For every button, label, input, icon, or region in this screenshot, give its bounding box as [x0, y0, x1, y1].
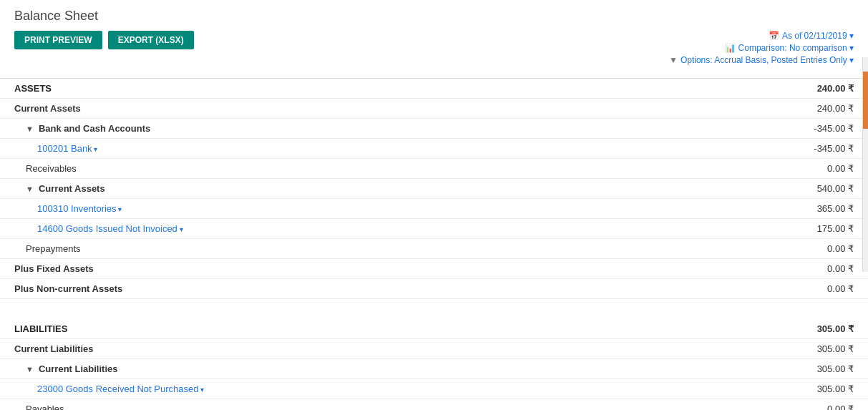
- row-label-assets: ASSETS: [14, 83, 782, 94]
- row-label-prepayments: Prepayments: [14, 243, 782, 254]
- print-preview-button[interactable]: PRINT PREVIEW: [14, 31, 102, 49]
- row-label-current-assets-1: Current Assets: [14, 103, 782, 114]
- row-value-inventories: 365.00 ₹: [782, 203, 854, 214]
- row-label-inventories: 100310 Inventories: [14, 203, 782, 214]
- report-row-goods-received: 23000 Goods Received Not Purchased305.00…: [0, 379, 868, 399]
- scroll-thumb[interactable]: [863, 72, 868, 129]
- collapse-icon-bank-cash[interactable]: ▼: [26, 125, 36, 133]
- report-row-bank-cash: ▼ Bank and Cash Accounts-345.00 ₹: [0, 119, 868, 139]
- report-row-payables: Payables0.00 ₹: [0, 399, 868, 410]
- scrollbar[interactable]: [862, 57, 868, 272]
- report-row-liabilities: LIABILITIES305.00 ₹: [0, 319, 868, 339]
- report-row-plus-noncurrent-assets: Plus Non-current Assets0.00 ₹: [0, 279, 868, 299]
- row-label-liabilities: LIABILITIES: [14, 323, 782, 334]
- row-label-bank-cash: ▼ Bank and Cash Accounts: [14, 123, 782, 134]
- row-label-goods-received: 23000 Goods Received Not Purchased: [14, 384, 782, 394]
- report-row-assets: ASSETS240.00 ₹: [0, 79, 868, 99]
- report-row-current-assets-2: ▼ Current Assets540.00 ₹: [0, 179, 868, 199]
- report-row-inventories: 100310 Inventories365.00 ₹: [0, 199, 868, 219]
- row-value-bank-cash: -345.00 ₹: [782, 123, 854, 134]
- row-value-goods-issued: 175.00 ₹: [782, 223, 854, 234]
- report-row-goods-issued: 14600 Goods Issued Not Invoiced175.00 ₹: [0, 219, 868, 239]
- page-title: Balance Sheet: [14, 9, 854, 24]
- report-row-current-assets-1: Current Assets240.00 ₹: [0, 99, 868, 119]
- row-label-bank-100201: 100201 Bank: [14, 143, 782, 154]
- report-row-current-liabilities-2: ▼ Current Liabilities305.00 ₹: [0, 359, 868, 379]
- account-link-inventories[interactable]: 100310 Inventories: [37, 203, 122, 214]
- row-value-receivables: 0.00 ₹: [782, 163, 854, 174]
- export-xlsx-button[interactable]: EXPORT (XLSX): [108, 31, 194, 49]
- date-filter-label[interactable]: As of 02/11/2019: [782, 31, 854, 41]
- calendar-icon: 📅: [769, 31, 779, 41]
- row-value-liabilities: 305.00 ₹: [782, 323, 854, 334]
- row-label-current-assets-2: ▼ Current Assets: [14, 183, 782, 194]
- report-row-bank-100201: 100201 Bank-345.00 ₹: [0, 139, 868, 159]
- comparison-filter[interactable]: 📊 Comparison: No comparison: [725, 43, 854, 53]
- date-filter[interactable]: 📅 As of 02/11/2019: [769, 31, 854, 41]
- account-link-bank-100201[interactable]: 100201 Bank: [37, 143, 97, 154]
- report-row-spacer1: [0, 299, 868, 319]
- row-label-plus-fixed: Plus Fixed Assets: [14, 263, 782, 274]
- options-filter[interactable]: ▼ Options: Accrual Basis, Posted Entries…: [669, 55, 854, 65]
- row-value-current-liabilities-2: 305.00 ₹: [782, 363, 854, 374]
- report-row-plus-fixed: Plus Fixed Assets0.00 ₹: [0, 259, 868, 279]
- row-label-receivables: Receivables: [14, 163, 782, 174]
- row-value-plus-noncurrent-assets: 0.00 ₹: [782, 283, 854, 294]
- row-value-bank-100201: -345.00 ₹: [782, 143, 854, 154]
- report-row-receivables: Receivables0.00 ₹: [0, 159, 868, 179]
- row-label-current-liabilities-2: ▼ Current Liabilities: [14, 363, 782, 374]
- collapse-icon-current-liabilities-2[interactable]: ▼: [26, 365, 36, 374]
- row-label-current-liabilities-1: Current Liabilities: [14, 343, 782, 354]
- row-label-plus-noncurrent-assets: Plus Non-current Assets: [14, 283, 782, 294]
- comparison-filter-label[interactable]: Comparison: No comparison: [738, 43, 854, 53]
- report-row-prepayments: Prepayments0.00 ₹: [0, 239, 868, 259]
- row-value-goods-received: 305.00 ₹: [782, 384, 854, 394]
- row-value-payables: 0.00 ₹: [782, 404, 854, 410]
- row-value-current-liabilities-1: 305.00 ₹: [782, 343, 854, 354]
- row-label-goods-issued: 14600 Goods Issued Not Invoiced: [14, 223, 782, 234]
- account-link-goods-received[interactable]: 23000 Goods Received Not Purchased: [37, 384, 204, 394]
- row-value-plus-fixed: 0.00 ₹: [782, 263, 854, 274]
- filter-icon: ▼: [669, 55, 678, 65]
- report-row-current-liabilities-1: Current Liabilities305.00 ₹: [0, 339, 868, 359]
- collapse-icon-current-assets-2[interactable]: ▼: [26, 185, 36, 193]
- row-value-prepayments: 0.00 ₹: [782, 243, 854, 254]
- page-header: Balance Sheet PRINT PREVIEW EXPORT (XLSX…: [0, 0, 868, 78]
- account-link-goods-issued[interactable]: 14600 Goods Issued Not Invoiced: [37, 223, 183, 234]
- row-value-current-assets-2: 540.00 ₹: [782, 183, 854, 194]
- row-value-assets: 240.00 ₹: [782, 83, 854, 94]
- toolbar: PRINT PREVIEW EXPORT (XLSX) 📅 As of 02/1…: [14, 31, 854, 65]
- options-filter-label[interactable]: Options: Accrual Basis, Posted Entries O…: [681, 55, 854, 65]
- report-container: ASSETS240.00 ₹Current Assets240.00 ₹▼ Ba…: [0, 78, 868, 410]
- chart-icon: 📊: [725, 43, 736, 53]
- row-label-payables: Payables: [14, 404, 782, 410]
- filters-panel: 📅 As of 02/11/2019 📊 Comparison: No comp…: [669, 31, 854, 65]
- row-value-current-assets-1: 240.00 ₹: [782, 103, 854, 114]
